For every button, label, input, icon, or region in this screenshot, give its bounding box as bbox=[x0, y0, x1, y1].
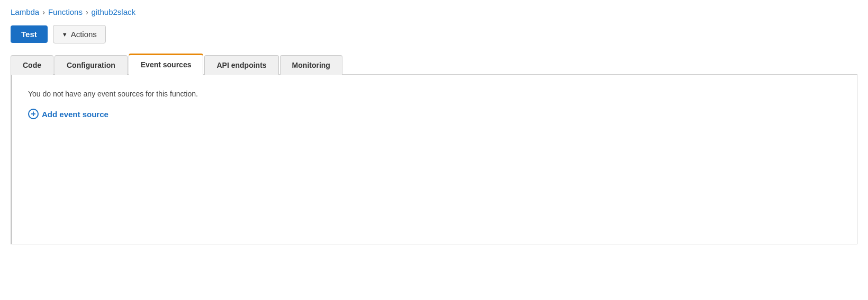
empty-message: You do not have any event sources for th… bbox=[28, 90, 841, 98]
test-button[interactable]: Test bbox=[11, 25, 48, 43]
breadcrumb-functions[interactable]: Functions bbox=[48, 7, 83, 16]
tab-event-sources-label: Event sources bbox=[141, 60, 192, 69]
breadcrumb-lambda[interactable]: Lambda bbox=[11, 7, 39, 16]
add-event-source-link[interactable]: + Add event source bbox=[28, 109, 841, 119]
tab-configuration-label: Configuration bbox=[67, 61, 115, 69]
tab-api-endpoints-label: API endpoints bbox=[216, 61, 266, 69]
breadcrumb: Lambda › Functions › github2slack bbox=[11, 7, 857, 16]
add-event-source-label: Add event source bbox=[42, 110, 108, 119]
actions-label: Actions bbox=[71, 30, 97, 39]
dropdown-arrow-icon: ▼ bbox=[62, 31, 68, 38]
tab-monitoring-label: Monitoring bbox=[292, 61, 330, 69]
tab-code[interactable]: Code bbox=[11, 55, 53, 75]
tabs-container: Code Configuration Event sources API end… bbox=[11, 53, 857, 75]
breadcrumb-sep-2: › bbox=[86, 8, 88, 16]
breadcrumb-current: github2slack bbox=[92, 7, 135, 16]
breadcrumb-sep-1: › bbox=[42, 8, 45, 16]
content-area: You do not have any event sources for th… bbox=[11, 75, 857, 244]
page-wrapper: Lambda › Functions › github2slack Test ▼… bbox=[0, 0, 868, 244]
tab-monitoring[interactable]: Monitoring bbox=[280, 55, 342, 75]
tab-api-endpoints[interactable]: API endpoints bbox=[204, 55, 278, 75]
actions-button[interactable]: ▼ Actions bbox=[53, 25, 106, 43]
tab-code-label: Code bbox=[23, 61, 41, 69]
tab-event-sources[interactable]: Event sources bbox=[129, 54, 204, 75]
toolbar: Test ▼ Actions bbox=[11, 25, 857, 43]
plus-circle-icon: + bbox=[28, 109, 39, 119]
tab-configuration[interactable]: Configuration bbox=[55, 55, 128, 75]
